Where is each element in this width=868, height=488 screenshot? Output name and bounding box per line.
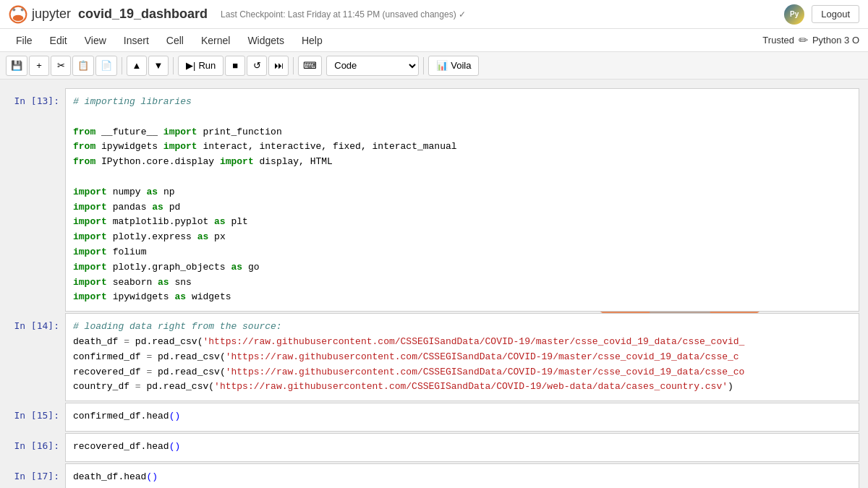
cell-15-wrapper: In [15]: confirmed_df.head() <box>0 403 868 432</box>
svg-point-2 <box>12 8 15 11</box>
cell-16-content[interactable]: recovered_df.head() <box>65 433 859 462</box>
notebook-title: covid_19_dashboard <box>78 7 208 22</box>
stop-button[interactable]: ■ <box>225 56 245 76</box>
checkpoint-info: Last Checkpoint: Last Friday at 11:45 PM… <box>221 9 466 20</box>
cell-17-content[interactable]: death_df.head() <box>65 463 859 488</box>
jupyter-wordmark: jupyter <box>32 7 71 22</box>
toolbar-sep-2 <box>173 57 174 74</box>
topbar-left: jupyter covid_19_dashboard Last Checkpoi… <box>9 5 466 24</box>
cell-16-wrapper: In [16]: recovered_df.head() <box>0 433 868 462</box>
save-button[interactable]: 💾 <box>6 56 27 76</box>
move-up-button[interactable]: ▲ <box>127 56 147 76</box>
cell-15-label: In [15]: <box>0 403 65 421</box>
restart-button[interactable]: ↺ <box>247 56 267 76</box>
python-logo-icon: Py <box>784 4 804 25</box>
pencil-icon[interactable]: ✏ <box>799 33 808 47</box>
menu-view[interactable]: View <box>77 32 114 49</box>
toolbar-sep-4 <box>423 57 424 74</box>
keyboard-button[interactable]: ⌨ <box>298 56 322 76</box>
trusted-badge: Trusted ✏ Python 3 O <box>762 33 859 47</box>
add-cell-button[interactable]: + <box>29 56 49 76</box>
voila-button[interactable]: 📊 Voila <box>428 56 479 76</box>
cell-16-label: In [16]: <box>0 433 65 451</box>
run-button[interactable]: ▶| Run <box>178 56 224 76</box>
cell-14-content[interactable]: # loading data right from the source: de… <box>65 313 859 401</box>
cell-14-label: In [14]: <box>0 313 65 331</box>
topbar: jupyter covid_19_dashboard Last Checkpoi… <box>0 0 868 29</box>
jupyter-logo: jupyter <box>9 5 71 24</box>
toolbar-sep-1 <box>122 57 122 74</box>
cell-13-wrapper: In [13]: # importing libraries from __fu… <box>0 88 868 312</box>
cell-type-select[interactable]: Code Markdown Raw NBConvert <box>326 56 419 76</box>
cell-13-content[interactable]: # importing libraries from __future__ im… <box>65 88 859 312</box>
cell-13-label: In [13]: <box>0 88 65 106</box>
notebook-area: jupyter In [13]: # importing libraries f… <box>0 80 868 488</box>
run-icon: ▶| <box>186 60 195 71</box>
run-label: Run <box>198 60 216 71</box>
logout-button[interactable]: Logout <box>812 5 859 23</box>
svg-point-1 <box>13 14 24 20</box>
paste-button[interactable]: 📄 <box>95 56 117 76</box>
menu-cell[interactable]: Cell <box>159 32 191 49</box>
topbar-right: Py Logout <box>784 4 859 25</box>
menu-widgets[interactable]: Widgets <box>240 32 292 49</box>
menu-file[interactable]: File <box>9 32 40 49</box>
trusted-label: Trusted <box>762 35 794 46</box>
copy-button[interactable]: 📋 <box>72 56 94 76</box>
cell-17-wrapper: In [17]: death_df.head() <box>0 463 868 488</box>
move-down-button[interactable]: ▼ <box>148 56 169 76</box>
kernel-info: Python 3 O <box>812 35 859 46</box>
cut-button[interactable]: ✂ <box>51 56 71 76</box>
cell-17-label: In [17]: <box>0 463 65 481</box>
cell-14-wrapper: In [14]: # loading data right from the s… <box>0 313 868 401</box>
menu-edit[interactable]: Edit <box>43 32 75 49</box>
menu-kernel[interactable]: Kernel <box>194 32 237 49</box>
menu-insert[interactable]: Insert <box>116 32 156 49</box>
jupyter-logo-icon <box>9 5 27 24</box>
toolbar: 💾 + ✂ 📋 📄 ▲ ▼ ▶| Run ■ ↺ ⏭ ⌨ Code Markdo… <box>0 52 868 80</box>
menubar: File Edit View Insert Cell Kernel Widget… <box>0 29 868 52</box>
voila-label: Voila <box>451 60 471 71</box>
svg-point-3 <box>21 8 24 11</box>
fast-forward-button[interactable]: ⏭ <box>268 56 289 76</box>
toolbar-sep-3 <box>293 57 294 74</box>
cell-15-content[interactable]: confirmed_df.head() <box>65 403 859 432</box>
menu-help[interactable]: Help <box>294 32 330 49</box>
voila-icon: 📊 <box>436 60 448 71</box>
